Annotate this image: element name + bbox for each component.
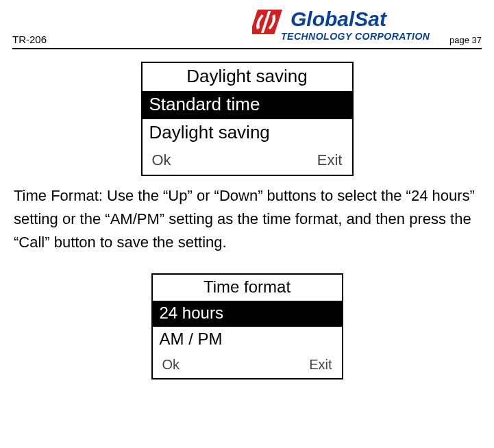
device-screen-time-format: Time format 24 hours AM / PM Ok Exit [151, 273, 343, 379]
softkey-exit[interactable]: Exit [309, 357, 332, 373]
menu-item-24-hours[interactable]: 24 hours [153, 301, 342, 327]
logo-brand-text: GlobalSat [291, 8, 388, 30]
menu-item-standard-time[interactable]: Standard time [143, 91, 352, 119]
softkey-ok[interactable]: Ok [152, 151, 171, 169]
screen-title: Time format [153, 275, 342, 301]
page-number: page 37 [449, 35, 482, 45]
page-header: TR-206 GlobalSat TECHNOLOGY CORPORATION … [12, 5, 482, 49]
instruction-paragraph: Time Format: Use the “Up” or “Down” butt… [12, 184, 482, 254]
softkey-bar: Ok Exit [143, 147, 352, 175]
brand-logo: GlobalSat TECHNOLOGY CORPORATION [252, 5, 471, 47]
globalsat-logo-icon: GlobalSat TECHNOLOGY CORPORATION [252, 5, 471, 47]
menu-item-daylight-saving[interactable]: Daylight saving [143, 119, 352, 147]
logo-subtitle-text: TECHNOLOGY CORPORATION [281, 31, 430, 42]
screen-title: Daylight saving [143, 63, 352, 91]
softkey-exit[interactable]: Exit [317, 151, 343, 169]
device-screen-daylight-saving: Daylight saving Standard time Daylight s… [141, 62, 354, 176]
menu-item-am-pm[interactable]: AM / PM [153, 327, 342, 353]
softkey-bar: Ok Exit [153, 353, 342, 378]
manual-page: TR-206 GlobalSat TECHNOLOGY CORPORATION … [0, 0, 494, 448]
softkey-ok[interactable]: Ok [162, 357, 180, 373]
model-code: TR-206 [12, 34, 47, 45]
